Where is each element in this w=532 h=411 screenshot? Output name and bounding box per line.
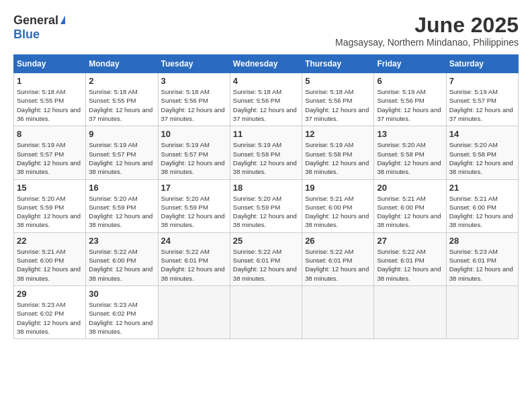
day-info: Sunrise: 5:21 AM Sunset: 6:00 PM Dayligh… [377,194,443,230]
day-info: Sunrise: 5:22 AM Sunset: 6:01 PM Dayligh… [377,247,443,283]
day-number: 12 [305,129,371,139]
day-number: 28 [449,236,515,246]
day-number: 20 [377,183,443,193]
calendar-cell: 17 Sunrise: 5:20 AM Sunset: 5:59 PM Dayl… [158,179,230,232]
calendar-cell: 26 Sunrise: 5:22 AM Sunset: 6:01 PM Dayl… [302,232,374,285]
weekday-header-tuesday: Tuesday [158,55,230,73]
weekday-header-thursday: Thursday [302,55,374,73]
logo-general-text: General [13,13,58,28]
calendar-cell [302,285,374,338]
logo: General Blue [13,13,65,42]
calendar-row-5: 29 Sunrise: 5:23 AM Sunset: 6:02 PM Dayl… [14,285,519,338]
day-info: Sunrise: 5:20 AM Sunset: 5:59 PM Dayligh… [89,194,154,230]
day-number: 29 [17,289,83,299]
logo-blue-text: Blue [13,28,40,42]
day-info: Sunrise: 5:18 AM Sunset: 5:55 PM Dayligh… [89,87,154,123]
calendar-cell: 29 Sunrise: 5:23 AM Sunset: 6:02 PM Dayl… [14,285,86,338]
day-number: 18 [233,183,299,193]
day-info: Sunrise: 5:18 AM Sunset: 5:56 PM Dayligh… [233,87,299,123]
day-info: Sunrise: 5:19 AM Sunset: 5:57 PM Dayligh… [449,87,515,123]
day-number: 7 [449,76,515,86]
calendar-row-1: 1 Sunrise: 5:18 AM Sunset: 5:55 PM Dayli… [14,73,519,126]
day-info: Sunrise: 5:20 AM Sunset: 5:58 PM Dayligh… [449,140,515,176]
day-number: 6 [377,76,443,86]
day-number: 8 [17,129,83,139]
day-number: 16 [89,183,154,193]
day-info: Sunrise: 5:19 AM Sunset: 5:58 PM Dayligh… [305,140,371,176]
day-info: Sunrise: 5:23 AM Sunset: 6:02 PM Dayligh… [89,300,154,336]
calendar-cell: 18 Sunrise: 5:20 AM Sunset: 5:59 PM Dayl… [230,179,302,232]
day-info: Sunrise: 5:19 AM Sunset: 5:57 PM Dayligh… [161,140,227,176]
day-info: Sunrise: 5:18 AM Sunset: 5:55 PM Dayligh… [17,87,83,123]
calendar-cell: 6 Sunrise: 5:19 AM Sunset: 5:56 PM Dayli… [374,73,446,126]
calendar-cell: 11 Sunrise: 5:19 AM Sunset: 5:58 PM Dayl… [230,126,302,179]
calendar-cell: 27 Sunrise: 5:22 AM Sunset: 6:01 PM Dayl… [374,232,446,285]
weekday-header-sunday: Sunday [14,55,86,73]
calendar-cell: 20 Sunrise: 5:21 AM Sunset: 6:00 PM Dayl… [374,179,446,232]
day-number: 14 [449,129,515,139]
calendar-cell: 14 Sunrise: 5:20 AM Sunset: 5:58 PM Dayl… [446,126,518,179]
day-info: Sunrise: 5:21 AM Sunset: 6:00 PM Dayligh… [305,194,371,230]
day-number: 13 [377,129,443,139]
calendar-cell: 22 Sunrise: 5:21 AM Sunset: 6:00 PM Dayl… [14,232,86,285]
day-number: 4 [233,76,299,86]
calendar-cell [230,285,302,338]
calendar-cell: 4 Sunrise: 5:18 AM Sunset: 5:56 PM Dayli… [230,73,302,126]
day-number: 2 [89,76,154,86]
day-number: 9 [89,129,154,139]
calendar-cell: 7 Sunrise: 5:19 AM Sunset: 5:57 PM Dayli… [446,73,518,126]
day-number: 22 [17,236,83,246]
calendar-cell: 12 Sunrise: 5:19 AM Sunset: 5:58 PM Dayl… [302,126,374,179]
calendar-cell [374,285,446,338]
day-number: 10 [161,129,227,139]
weekday-header-friday: Friday [374,55,446,73]
calendar-cell: 16 Sunrise: 5:20 AM Sunset: 5:59 PM Dayl… [86,179,158,232]
calendar-cell: 1 Sunrise: 5:18 AM Sunset: 5:55 PM Dayli… [14,73,86,126]
day-info: Sunrise: 5:22 AM Sunset: 6:01 PM Dayligh… [161,247,227,283]
day-info: Sunrise: 5:21 AM Sunset: 6:00 PM Dayligh… [449,194,515,230]
calendar-cell: 24 Sunrise: 5:22 AM Sunset: 6:01 PM Dayl… [158,232,230,285]
calendar-cell: 3 Sunrise: 5:18 AM Sunset: 5:56 PM Dayli… [158,73,230,126]
calendar-cell: 5 Sunrise: 5:18 AM Sunset: 5:56 PM Dayli… [302,73,374,126]
calendar-cell: 9 Sunrise: 5:19 AM Sunset: 5:57 PM Dayli… [86,126,158,179]
calendar-header-row: SundayMondayTuesdayWednesdayThursdayFrid… [14,55,519,73]
day-info: Sunrise: 5:23 AM Sunset: 6:02 PM Dayligh… [17,300,83,336]
day-info: Sunrise: 5:18 AM Sunset: 5:56 PM Dayligh… [161,87,227,123]
day-info: Sunrise: 5:20 AM Sunset: 5:59 PM Dayligh… [17,194,83,230]
day-number: 25 [233,236,299,246]
day-number: 1 [17,76,83,86]
calendar-cell: 23 Sunrise: 5:22 AM Sunset: 6:00 PM Dayl… [86,232,158,285]
location-title: Magsaysay, Northern Mindanao, Philippine… [335,37,519,48]
day-number: 17 [161,183,227,193]
header: General Blue June 2025 Magsaysay, Northe… [13,13,519,48]
day-number: 5 [305,76,371,86]
day-number: 24 [161,236,227,246]
calendar-cell [446,285,518,338]
day-info: Sunrise: 5:23 AM Sunset: 6:01 PM Dayligh… [449,247,515,283]
calendar-cell: 13 Sunrise: 5:20 AM Sunset: 5:58 PM Dayl… [374,126,446,179]
month-title: June 2025 [335,13,519,37]
day-number: 26 [305,236,371,246]
day-info: Sunrise: 5:18 AM Sunset: 5:56 PM Dayligh… [305,87,371,123]
calendar-cell: 19 Sunrise: 5:21 AM Sunset: 6:00 PM Dayl… [302,179,374,232]
day-number: 11 [233,129,299,139]
day-info: Sunrise: 5:20 AM Sunset: 5:59 PM Dayligh… [161,194,227,230]
weekday-header-saturday: Saturday [446,55,518,73]
calendar-cell: 10 Sunrise: 5:19 AM Sunset: 5:57 PM Dayl… [158,126,230,179]
calendar-cell: 2 Sunrise: 5:18 AM Sunset: 5:55 PM Dayli… [86,73,158,126]
calendar-table: SundayMondayTuesdayWednesdayThursdayFrid… [13,54,519,339]
calendar-cell: 28 Sunrise: 5:23 AM Sunset: 6:01 PM Dayl… [446,232,518,285]
day-info: Sunrise: 5:22 AM Sunset: 6:01 PM Dayligh… [305,247,371,283]
day-info: Sunrise: 5:19 AM Sunset: 5:57 PM Dayligh… [89,140,154,176]
day-number: 3 [161,76,227,86]
day-number: 21 [449,183,515,193]
calendar-cell: 21 Sunrise: 5:21 AM Sunset: 6:00 PM Dayl… [446,179,518,232]
calendar-row-2: 8 Sunrise: 5:19 AM Sunset: 5:57 PM Dayli… [14,126,519,179]
calendar-cell: 30 Sunrise: 5:23 AM Sunset: 6:02 PM Dayl… [86,285,158,338]
day-info: Sunrise: 5:21 AM Sunset: 6:00 PM Dayligh… [17,247,83,283]
day-info: Sunrise: 5:20 AM Sunset: 5:58 PM Dayligh… [377,140,443,176]
day-number: 30 [89,289,154,299]
logo-triangle-icon [60,15,65,24]
calendar-cell: 8 Sunrise: 5:19 AM Sunset: 5:57 PM Dayli… [14,126,86,179]
calendar-row-3: 15 Sunrise: 5:20 AM Sunset: 5:59 PM Dayl… [14,179,519,232]
